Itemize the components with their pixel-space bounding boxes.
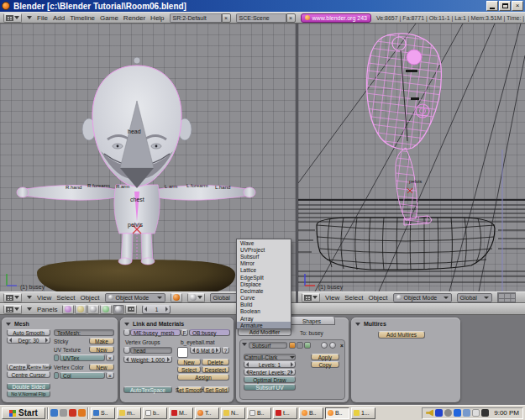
menu-item-armature[interactable]: Armature bbox=[237, 322, 291, 328]
group-select-button[interactable]: Select bbox=[177, 366, 201, 373]
menu-add[interactable]: Add bbox=[53, 14, 65, 22]
panel-collapse-icon[interactable] bbox=[124, 323, 129, 326]
tray-icon-6[interactable] bbox=[481, 409, 489, 417]
double-sided-toggle[interactable]: Double Sided bbox=[7, 383, 50, 390]
group-browse-button[interactable] bbox=[123, 347, 130, 354]
header-collapse-icon[interactable] bbox=[27, 307, 32, 311]
group-deselect-button[interactable]: Deselect bbox=[202, 366, 229, 373]
mode-dropdown[interactable]: Object Mode bbox=[105, 293, 165, 302]
quicklaunch-media-icon[interactable] bbox=[69, 409, 76, 417]
menu-select[interactable]: Select bbox=[344, 294, 363, 302]
blender-org-button[interactable]: www.blender.org 243 bbox=[301, 13, 371, 23]
rotation-pivot-button[interactable] bbox=[187, 293, 205, 302]
menu-item-wave[interactable]: Wave bbox=[237, 239, 291, 246]
modifier-name-field[interactable]: Subsurf bbox=[249, 342, 287, 349]
uvtex-active-chip[interactable] bbox=[54, 354, 59, 361]
viewport-side-wireframe[interactable]: pelvis (1) busey bbox=[298, 24, 525, 291]
menu-timeline[interactable]: Timeline bbox=[70, 14, 95, 22]
group-delete-button[interactable]: Delete bbox=[202, 359, 229, 365]
task-button-file-b[interactable]: b.. bbox=[143, 407, 167, 419]
auto-smooth-toggle[interactable]: Auto Smooth bbox=[7, 329, 50, 336]
task-button-blender-1[interactable]: B.. bbox=[299, 407, 323, 419]
minimize-button[interactable] bbox=[486, 1, 498, 11]
editor-type-menu[interactable] bbox=[3, 305, 22, 314]
scene-close-icon[interactable]: × bbox=[286, 13, 296, 23]
optimal-draw-toggle[interactable]: Optimal Draw bbox=[244, 376, 296, 383]
apply-button[interactable]: Apply bbox=[311, 354, 339, 360]
task-button-folder-n[interactable]: N.. bbox=[221, 407, 245, 419]
tray-icon-2[interactable] bbox=[444, 409, 452, 417]
window-type-menu[interactable] bbox=[3, 13, 22, 23]
menu-item-uvproject[interactable]: UVProject bbox=[237, 246, 291, 253]
menu-view[interactable]: View bbox=[37, 294, 51, 302]
uvtex-name-field[interactable]: UVTex bbox=[60, 354, 105, 361]
levels-stepper[interactable]: Levels: 1 bbox=[244, 361, 296, 368]
menu-help[interactable]: Help bbox=[150, 14, 164, 22]
tray-icon-3[interactable] bbox=[454, 409, 461, 417]
centre-cursor-button[interactable]: Centre Cursor bbox=[7, 371, 50, 378]
set-smooth-button[interactable]: Set Smooth bbox=[177, 386, 202, 393]
scene-context-button[interactable] bbox=[125, 305, 137, 314]
centre-button[interactable]: Centre bbox=[7, 364, 28, 370]
quicklaunch-desktop-icon[interactable] bbox=[60, 409, 67, 417]
restore-button[interactable] bbox=[499, 1, 511, 11]
material-color-swatch[interactable] bbox=[177, 347, 188, 358]
modifier-move-up-icon[interactable] bbox=[321, 342, 328, 349]
no-vnormal-flip-toggle[interactable]: No V.Normal Flip bbox=[7, 391, 50, 397]
subdivision-type-dropdown[interactable]: Catmull-Clark bbox=[244, 354, 296, 360]
menu-item-array[interactable]: Array bbox=[237, 315, 291, 322]
title-bar[interactable]: Blender [c:\Blender Tutorial\Room06.blen… bbox=[0, 0, 525, 12]
quicklaunch-browser-icon[interactable] bbox=[50, 409, 58, 417]
menu-object[interactable]: Object bbox=[80, 294, 99, 302]
menu-item-displace[interactable]: Displace bbox=[237, 281, 291, 287]
editing-context-button[interactable] bbox=[113, 305, 124, 314]
object-context-button[interactable] bbox=[100, 305, 112, 314]
screen-close-icon[interactable]: × bbox=[222, 13, 231, 23]
menu-file[interactable]: File bbox=[37, 14, 48, 22]
group-new-button[interactable]: New bbox=[177, 359, 201, 365]
col-name-field[interactable]: Col bbox=[60, 372, 105, 379]
menu-item-subsurf[interactable]: Subsurf bbox=[237, 253, 291, 260]
menu-item-curve[interactable]: Curve bbox=[237, 295, 291, 302]
render-levels-stepper[interactable]: Render Levels: 2 bbox=[244, 369, 296, 375]
editor-type-menu[interactable] bbox=[3, 293, 22, 302]
task-button-folder-m[interactable]: m.. bbox=[117, 407, 141, 419]
frame-stepper[interactable]: 1 bbox=[142, 305, 171, 314]
task-button-search[interactable]: S.. bbox=[91, 407, 115, 419]
task-button-m[interactable]: M.. bbox=[169, 407, 193, 419]
add-multires-button[interactable]: Add Multires bbox=[378, 331, 425, 339]
task-button-t2[interactable]: t... bbox=[273, 407, 297, 419]
menu-item-lattice[interactable]: Lattice bbox=[237, 267, 291, 274]
scene-field[interactable]: SCE:Scene bbox=[236, 13, 286, 23]
logic-context-button[interactable] bbox=[62, 305, 74, 314]
tray-icon-4[interactable] bbox=[463, 409, 470, 417]
editor-type-menu[interactable] bbox=[302, 293, 320, 302]
modifier-collapse-icon[interactable] bbox=[242, 343, 247, 346]
material-index-stepper[interactable]: 6 Mat 6 bbox=[190, 347, 221, 354]
header-collapse-icon[interactable] bbox=[27, 16, 32, 19]
menu-item-boolean[interactable]: Boolean bbox=[237, 308, 291, 315]
modifier-move-down-icon[interactable] bbox=[329, 342, 336, 349]
vertex-color-new-button[interactable]: New bbox=[89, 364, 114, 370]
copy-button[interactable]: Copy bbox=[311, 361, 339, 368]
mesh-name-field[interactable]: ME:busey_mesh bbox=[130, 329, 181, 336]
mode-dropdown[interactable]: Object Mode bbox=[393, 293, 452, 302]
header-collapse-icon[interactable] bbox=[27, 296, 32, 299]
shapes-tab[interactable]: Shapes bbox=[288, 317, 335, 325]
draw-mode-button[interactable] bbox=[171, 293, 182, 302]
panels-menu[interactable]: Panels bbox=[37, 306, 57, 313]
start-button[interactable]: Start bbox=[2, 407, 45, 419]
modifier-delete-icon[interactable]: × bbox=[339, 342, 345, 349]
menu-item-decimate[interactable]: Decimate bbox=[237, 287, 291, 294]
modifier-realtime-toggle-icon[interactable] bbox=[297, 342, 303, 349]
task-button-pencil[interactable]: 1... bbox=[351, 407, 375, 419]
layer-buttons[interactable] bbox=[497, 292, 516, 302]
orientation-dropdown[interactable]: Global bbox=[457, 293, 492, 302]
quicklaunch-blender-icon[interactable] bbox=[78, 409, 86, 417]
sticky-make-button[interactable]: Make bbox=[89, 338, 114, 344]
screen-field[interactable]: SR:2-Default bbox=[170, 13, 222, 23]
task-button-blender-2[interactable]: B.. bbox=[325, 407, 349, 419]
set-solid-button[interactable]: Set Solid bbox=[203, 386, 229, 393]
tray-icon-1[interactable] bbox=[435, 409, 443, 417]
menu-game[interactable]: Game bbox=[100, 14, 118, 22]
